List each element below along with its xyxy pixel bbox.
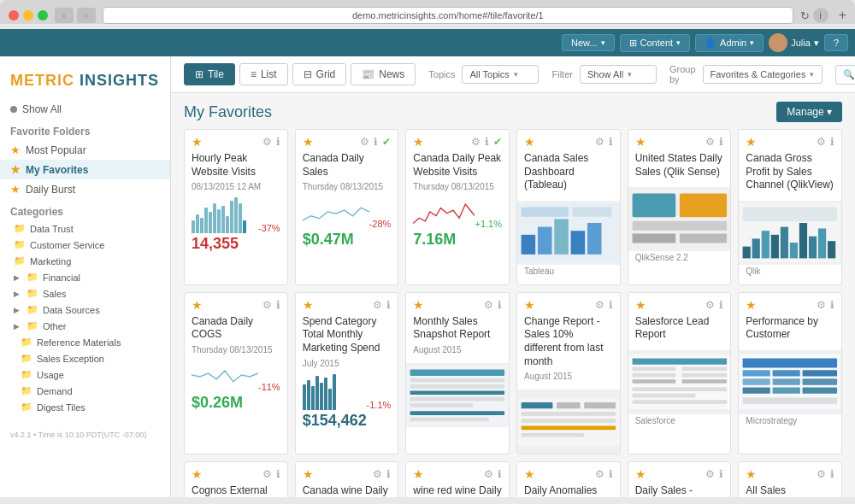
sidebar-cat-data-sources[interactable]: ▶ 📁 Data Sources <box>0 302 170 318</box>
maximize-button[interactable] <box>38 10 48 21</box>
tile-monthly-sales-snapshot[interactable]: ★ ⚙ ℹ Monthly Sales Snapshot Report Augu… <box>405 292 510 454</box>
tile-daily-sales-anomaly[interactable]: ★ ⚙ ℹ Daily Sales - Anomaly Report <box>628 461 732 497</box>
tile-salesforce-lead[interactable]: ★ ⚙ ℹ Salesforce Lead Report <box>628 292 732 454</box>
gear-icon[interactable]: ⚙ <box>360 136 369 148</box>
tab-list[interactable]: ≡ List <box>239 63 288 85</box>
report-thumb <box>406 363 509 427</box>
sidebar-cat-reference[interactable]: 📁 Reference Materials <box>0 334 170 350</box>
gear-icon[interactable]: ⚙ <box>373 299 382 311</box>
gear-icon[interactable]: ⚙ <box>817 136 826 148</box>
sidebar-cat-customer-service[interactable]: 📁 Customer Service <box>0 237 170 253</box>
info-icon[interactable]: ℹ <box>374 136 378 148</box>
tile-hourly-peak[interactable]: ★ ⚙ ℹ Hourly Peak Website Visits 08/13/2… <box>184 129 288 285</box>
info-icon[interactable]: ℹ <box>830 136 834 148</box>
info-icon[interactable]: ℹ <box>498 468 502 480</box>
svg-rect-64 <box>803 388 837 394</box>
gear-icon[interactable]: ⚙ <box>595 299 604 311</box>
tile-canada-sales-dashboard[interactable]: ★ ⚙ ℹ Canada Sales Dashboard (Tableau) <box>516 129 621 285</box>
sidebar-cat-other[interactable]: ▶ 📁 Other <box>0 318 170 334</box>
info-button[interactable]: i <box>813 8 828 23</box>
gear-icon[interactable]: ⚙ <box>262 468 272 480</box>
tile-us-daily-sales-qlik[interactable]: ★ ⚙ ℹ United States Daily Sales (Qlik Se… <box>628 129 732 285</box>
gear-icon[interactable]: ⚙ <box>262 299 272 311</box>
admin-button[interactable]: 👤 Admin ▾ <box>695 34 764 52</box>
info-icon[interactable]: ℹ <box>386 299 391 311</box>
tile-canada-gross-profit[interactable]: ★ ⚙ ℹ Canada Gross Profit by Sales Chann… <box>738 129 842 285</box>
info-icon[interactable]: ℹ <box>609 468 613 480</box>
tile-canada-daily-sales[interactable]: ★ ⚙ ℹ ✔ Canada Daily Sales Thursday 08/1… <box>295 129 399 285</box>
info-icon[interactable]: ℹ <box>830 468 834 480</box>
info-icon[interactable]: ℹ <box>498 299 502 311</box>
tile-canada-peak-visits[interactable]: ★ ⚙ ℹ ✔ Canada Daily Peak Website Visits… <box>405 129 510 285</box>
sidebar-item-show-all[interactable]: Show All <box>0 100 170 119</box>
tile-performance-customer[interactable]: ★ ⚙ ℹ Performance by Customer <box>738 292 842 454</box>
tile-change: -28% <box>369 219 392 229</box>
info-icon[interactable]: ℹ <box>609 136 613 148</box>
content-button[interactable]: ⊞ Content ▾ <box>620 34 691 52</box>
sidebar-cat-sales-exception[interactable]: 📁 Sales Exception <box>0 350 170 366</box>
gear-icon[interactable]: ⚙ <box>595 468 604 480</box>
tile-canada-daily-cogs[interactable]: ★ ⚙ ℹ Canada Daily COGS Thursday 08/13/2… <box>184 292 288 454</box>
tile-wine-red-daily[interactable]: ★ ⚙ ℹ wine red wine Daily Sales (Parent-… <box>405 461 510 497</box>
topics-select[interactable]: All Topics ▾ <box>462 65 539 84</box>
tile-spend-category[interactable]: ★ ⚙ ℹ Spend Category Total Monthly Marke… <box>295 292 399 454</box>
new-tab-button[interactable]: + <box>839 8 846 23</box>
back-button[interactable]: ‹ <box>55 8 74 23</box>
svg-rect-58 <box>803 371 837 377</box>
help-button[interactable]: ? <box>824 34 848 51</box>
gear-icon[interactable]: ⚙ <box>817 468 826 480</box>
search-box[interactable]: 🔍 Search... <box>835 65 856 85</box>
info-icon[interactable]: ℹ <box>276 468 280 480</box>
gear-icon[interactable]: ⚙ <box>262 136 272 148</box>
close-button[interactable] <box>9 10 19 21</box>
minimize-button[interactable] <box>23 10 33 21</box>
sidebar-item-most-popular[interactable]: ★ Most Popular <box>0 140 170 160</box>
tab-news[interactable]: 📰 News <box>351 63 416 85</box>
sidebar-item-my-favorites[interactable]: ★ My Favorites <box>0 160 170 179</box>
filter-select[interactable]: Show All ▾ <box>580 65 657 84</box>
gear-icon[interactable]: ⚙ <box>705 136 715 148</box>
info-icon[interactable]: ℹ <box>276 136 280 148</box>
sidebar-cat-sales[interactable]: ▶ 📁 Sales <box>0 285 170 302</box>
sidebar-cat-digest[interactable]: 📁 Digest Tiles <box>0 399 170 415</box>
tile-cognos-external[interactable]: ★ ⚙ ℹ Cognos External Report <box>184 461 288 497</box>
tab-grid[interactable]: ⊟ Grid <box>292 63 347 85</box>
info-icon[interactable]: ℹ <box>719 136 723 148</box>
gear-icon[interactable]: ⚙ <box>595 136 604 148</box>
tile-all-sales-dashboard[interactable]: ★ ⚙ ℹ All Sales Dashboard (Tableau) <box>738 461 842 497</box>
address-bar[interactable]: demo.metricinsights.com/home#/tile/favor… <box>103 7 793 24</box>
user-menu[interactable]: Julia ▾ <box>769 33 819 52</box>
sidebar-cat-marketing[interactable]: 📁 Marketing <box>0 253 170 269</box>
reload-button[interactable]: ↻ <box>800 9 810 22</box>
tab-tile[interactable]: ⊞ Tile <box>184 63 235 85</box>
sidebar-cat-data-trust[interactable]: 📁 Data Trust <box>0 220 170 237</box>
info-icon[interactable]: ℹ <box>386 468 391 480</box>
info-icon[interactable]: ℹ <box>609 299 613 311</box>
gear-icon[interactable]: ⚙ <box>484 468 493 480</box>
info-icon[interactable]: ℹ <box>485 136 489 148</box>
info-icon[interactable]: ℹ <box>276 299 280 311</box>
sidebar-cat-demand[interactable]: 📁 Demand <box>0 383 170 399</box>
info-icon[interactable]: ℹ <box>719 468 723 480</box>
sidebar-item-daily-burst[interactable]: ★ Daily Burst <box>0 179 170 199</box>
info-icon[interactable]: ℹ <box>830 299 834 311</box>
tile-date: August 2015 <box>413 345 502 355</box>
gear-icon[interactable]: ⚙ <box>705 299 715 311</box>
svg-rect-3 <box>554 219 569 254</box>
gear-icon[interactable]: ⚙ <box>484 299 493 311</box>
groupby-select[interactable]: Favorites & Categories ▾ <box>703 65 823 84</box>
categories-label: Categories <box>0 199 170 220</box>
gear-icon[interactable]: ⚙ <box>817 299 826 311</box>
new-button[interactable]: New... ▾ <box>562 34 615 51</box>
tile-change-report-sales[interactable]: ★ ⚙ ℹ Change Report - Sales 10% differen… <box>516 292 621 454</box>
tile-canada-wine-daily[interactable]: ★ ⚙ ℹ Canada wine Daily Sales (Compound) <box>295 461 399 497</box>
tile-daily-anomalies-metric[interactable]: ★ ⚙ ℹ Daily Anomalies Metric <box>516 461 621 497</box>
gear-icon[interactable]: ⚙ <box>705 468 715 480</box>
forward-button[interactable]: › <box>77 8 96 23</box>
info-icon[interactable]: ℹ <box>719 299 723 311</box>
sidebar-cat-financial[interactable]: ▶ 📁 Financial <box>0 269 170 285</box>
gear-icon[interactable]: ⚙ <box>471 136 481 148</box>
gear-icon[interactable]: ⚙ <box>373 468 382 480</box>
manage-button[interactable]: Manage ▾ <box>776 102 842 122</box>
sidebar-cat-usage[interactable]: 📁 Usage <box>0 366 170 383</box>
